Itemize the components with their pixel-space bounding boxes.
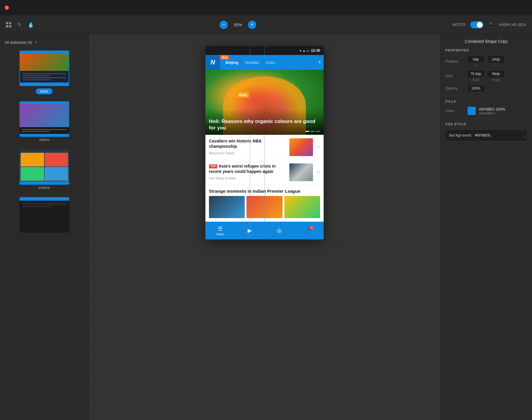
artboard-label-news: news	[36, 88, 52, 94]
artboards-label: All artboards (4)	[5, 40, 32, 45]
position-y-label: Y	[487, 64, 505, 67]
bottom-nav-explore[interactable]: ◎	[265, 227, 294, 234]
artboard-item-videos[interactable]: videos	[5, 101, 84, 142]
explore-nav-icon: ◎	[277, 227, 282, 234]
opacity-row: Opacity: 100%	[445, 85, 527, 92]
css-style-box[interactable]: background: #0F88E0; ⇲	[445, 129, 527, 141]
artboard-thumb-explore	[20, 149, 69, 185]
size-label: Size:	[445, 74, 465, 78]
edit-icon[interactable]: ✎	[17, 22, 22, 28]
zoom-in-button[interactable]: +	[248, 21, 256, 29]
artboard-thumb-profile	[20, 197, 69, 233]
size-width-value[interactable]: 76.5dp	[467, 70, 485, 78]
divider-1	[445, 96, 527, 96]
notes-toggle[interactable]	[470, 21, 483, 28]
position-x-value[interactable]: 0dp	[467, 56, 485, 63]
panel-title: Combined Shape Copy	[445, 39, 527, 44]
cricket-images	[205, 196, 324, 222]
battery-icon: ▭	[306, 49, 309, 52]
news-close-2[interactable]: ✕	[317, 170, 320, 175]
opacity-value[interactable]: 100%	[467, 85, 485, 92]
dropper-icon[interactable]: 💧	[27, 22, 34, 28]
cricket-thumb-3	[284, 196, 320, 218]
phone-mockup: ▾ ▲ ▭ 12:30 N Hot Beijing Showbiz Crick.…	[205, 46, 324, 239]
position-x-column: 0dp X	[467, 56, 485, 67]
top-badge: TOP	[209, 164, 217, 168]
main-content: All artboards (4) ▼ news	[0, 34, 532, 420]
bottom-nav-video[interactable]: ▶	[235, 227, 265, 234]
artboard-label-videos: videos	[39, 138, 49, 142]
news-item-2[interactable]: TOPAsia's worst refugee crisis in recent…	[205, 160, 324, 185]
news-title-1: Cavaliers win historic NBA championship	[209, 138, 286, 149]
fill-color-label: Color:	[445, 109, 465, 113]
traffic-light-close[interactable]	[5, 6, 9, 10]
sidebar: All artboards (4) ▼ news	[0, 34, 89, 420]
news-close-1[interactable]: ✕	[317, 145, 320, 150]
css-style-text: background: #0F88E0;	[449, 133, 492, 137]
size-width-column: 76.5dp Width	[467, 70, 485, 82]
cricket-section: Strange moments in Indian Premier League	[205, 185, 324, 222]
news-source-2: The Times of India	[209, 176, 286, 180]
nav-tab-showbiz[interactable]: Showbiz	[242, 59, 262, 66]
news-thumb-2	[289, 163, 313, 181]
artboard-item-profile[interactable]	[5, 197, 84, 233]
resize-handle-icon: ⇲	[523, 134, 526, 140]
size-values: 76.5dp Width 56dp Height	[467, 70, 527, 82]
fill-color-swatch[interactable]	[468, 107, 476, 115]
artboard-label-explore: explore	[38, 186, 50, 190]
notes-label: NOTES	[452, 22, 466, 27]
position-label: Position:	[445, 59, 465, 64]
fill-hex: #0F88E0 100%	[479, 107, 505, 111]
canvas[interactable]: 62dp ▾ ▲ ▭ 12:30 N Hot	[89, 34, 440, 420]
opacity-label: Opacity:	[445, 86, 465, 90]
hero-dot-1	[305, 131, 309, 132]
nav-tab-beijing[interactable]: Beijing	[223, 59, 241, 66]
status-time: 12:30	[311, 48, 320, 53]
hero-image: Holi: Reasons why organic colours are go…	[205, 70, 324, 135]
nav-tab-cricket[interactable]: Crick...	[263, 59, 280, 66]
artboard-thumb-news	[20, 51, 69, 86]
status-bar: ▾ ▲ ▭ 12:30	[205, 46, 324, 55]
measure-tooltip: 62dp	[237, 92, 249, 98]
artboard-item-news[interactable]: news	[5, 51, 84, 94]
artboard-thumb-videos	[20, 101, 69, 137]
hero-dots	[305, 131, 320, 132]
artboard-item-explore[interactable]: explore	[5, 149, 84, 190]
size-height-label: Height	[487, 78, 505, 82]
size-height-column: 56dp Height	[487, 70, 505, 82]
right-panel: Combined Shape Copy PROPERTIES Position:…	[440, 34, 532, 420]
app-logo: N	[205, 55, 220, 70]
news-item-1[interactable]: Cavaliers win historic NBA championship …	[205, 135, 324, 160]
device-label: XHDPI HD @2x	[499, 22, 526, 27]
bottom-nav-news[interactable]: ☰ News	[205, 226, 235, 236]
hero-dot-2	[311, 131, 315, 132]
position-values: 0dp X 24dp Y	[467, 56, 527, 67]
toolbar: ✎ 💧 − 50% + NOTES 📱 XHDPI HD @2x	[0, 15, 532, 34]
fills-section-header: FILLS	[445, 100, 527, 103]
grid-view-icon[interactable]	[6, 22, 11, 27]
divider-2	[445, 119, 527, 119]
properties-section-header: PROPERTIES	[445, 48, 527, 52]
news-content-1: Cavaliers win historic NBA championship …	[209, 138, 286, 155]
artboards-header[interactable]: All artboards (4) ▼	[5, 40, 84, 45]
phone-icon: 📱	[488, 22, 494, 27]
bottom-nav-profile[interactable]: 👤 9	[294, 227, 324, 234]
zoom-out-button[interactable]: −	[220, 21, 228, 29]
hot-badge: Hot	[220, 55, 229, 60]
css-style-section-header: CSS STYLE	[445, 122, 527, 126]
position-y-column: 24dp Y	[487, 56, 505, 67]
add-tab-button[interactable]: +	[316, 59, 324, 66]
cricket-thumb-2	[246, 196, 282, 218]
nav-tabs: Beijing Showbiz Crick...	[220, 59, 316, 66]
signal-icon: ▲	[302, 49, 305, 52]
cricket-section-title: Strange moments in Indian Premier League	[205, 185, 324, 196]
size-width-label: Width	[467, 78, 485, 82]
size-height-value[interactable]: 56dp	[487, 70, 505, 78]
hero-dot-3	[316, 131, 320, 132]
position-x-label: X	[467, 64, 485, 67]
cricket-thumb-1	[209, 196, 245, 218]
video-nav-icon: ▶	[248, 227, 252, 234]
size-row: Size: 76.5dp Width 56dp Height	[445, 70, 527, 82]
position-y-value[interactable]: 24dp	[487, 56, 505, 63]
news-title-2: TOPAsia's worst refugee crisis in recent…	[209, 163, 286, 174]
